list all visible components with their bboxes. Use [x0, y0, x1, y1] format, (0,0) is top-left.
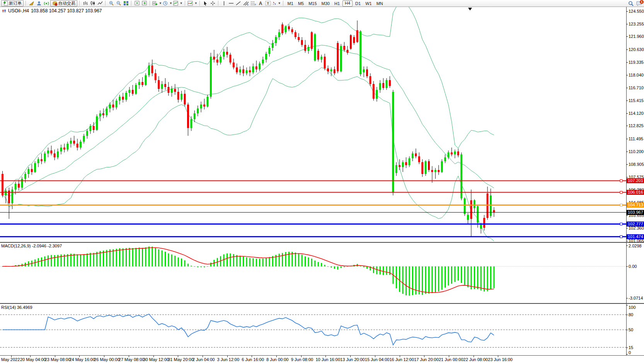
dropdown-arrow-icon: ▼ [278, 2, 281, 5]
chart-plus-icon [142, 1, 147, 6]
rsi-indicator-label: RSI(14) 36.4969 [1, 305, 32, 310]
cursor-icon [203, 1, 208, 6]
macd-indicator-label: MACD(12,26,9) -2.0946 -2.3097 [1, 244, 62, 248]
chart-title: USOil-,H4 103.858 104.257 103.827 103.96… [2, 8, 102, 14]
dropdown-arrow-icon: ▼ [194, 2, 198, 5]
text-button[interactable]: A [257, 0, 264, 7]
timeframe-mn[interactable]: MN [375, 1, 385, 6]
timeframe-m1[interactable]: M1 [286, 1, 295, 6]
auto-trading-icon [52, 1, 58, 6]
new-order-icon [3, 1, 8, 6]
indicators-dropdown[interactable]: ▼ [187, 0, 198, 7]
timeframe-m15[interactable]: M15 [307, 1, 319, 6]
time-axis-border [0, 355, 644, 356]
clock-icon [163, 1, 168, 6]
separator [283, 1, 284, 6]
crosshair-icon [210, 1, 215, 6]
trendline-icon [236, 1, 241, 6]
tile-windows-button[interactable] [123, 0, 129, 7]
candlestick-chart-icon [90, 1, 95, 6]
signal-icon [44, 1, 49, 6]
svg-text:T: T [267, 2, 269, 5]
periods-dropdown[interactable]: ▼ [163, 0, 172, 7]
signals-button[interactable] [43, 0, 49, 7]
person-icon [36, 1, 42, 6]
separator [131, 1, 132, 6]
charts-profile-button[interactable] [28, 0, 35, 7]
bar-chart-button[interactable] [82, 0, 89, 7]
zoom-out-icon [116, 1, 121, 6]
vertical-line-button[interactable] [221, 0, 227, 7]
svg-text:E: E [247, 3, 249, 6]
market-watch-button[interactable] [36, 0, 42, 7]
crosshair-button[interactable] [210, 0, 216, 7]
open-data-window-button[interactable] [141, 0, 148, 7]
mt4-terminal: { "toolbar": { "new_order_label": "新订单",… [0, 0, 644, 363]
new-chart-dropdown[interactable]: ▼ [152, 0, 162, 7]
chart-title-icon [2, 9, 6, 13]
bar-chart-icon [83, 1, 88, 6]
timeframe-group: M1M5M15M30H1H4D1W1MN [286, 0, 385, 7]
new-order-label: 新订单 [9, 0, 22, 6]
horizontal-line-button[interactable] [228, 0, 235, 7]
new-chart-icon [152, 1, 158, 6]
search-icon [628, 1, 634, 6]
auto-trading-button[interactable]: 自动交易 [50, 0, 77, 7]
vertical-line-icon [222, 1, 226, 6]
channel-icon: E [243, 1, 249, 6]
toolbar: 新订单 自动交易 [0, 0, 644, 7]
separator [26, 1, 26, 6]
chart-symbol-period: USOil-,H4 [8, 8, 29, 14]
dropdown-arrow-icon: ▼ [159, 2, 162, 5]
timeframe-w1[interactable]: W1 [363, 1, 374, 6]
panel-separator[interactable] [0, 242, 644, 243]
separator [218, 1, 219, 6]
chart-canvas[interactable] [0, 0, 644, 363]
timeframe-h4[interactable]: H4 [342, 0, 353, 7]
dropdown-arrow-icon: ▼ [180, 2, 183, 5]
search-button[interactable] [628, 0, 634, 7]
chart-play-icon [135, 1, 140, 6]
zoom-in-button[interactable] [108, 0, 114, 7]
strategy-tester-button[interactable] [134, 0, 140, 7]
equidistant-channel-button[interactable]: E [243, 0, 249, 7]
horizontal-line-icon [228, 1, 234, 6]
label-icon: T [265, 1, 271, 6]
arrows-dropdown[interactable]: ▼ [272, 0, 281, 7]
tile-windows-icon [123, 1, 129, 6]
separator [150, 1, 150, 6]
separator [199, 1, 200, 6]
template-chart-icon [173, 1, 179, 6]
candlestick-chart-button[interactable] [89, 0, 96, 7]
zoom-out-button[interactable] [115, 0, 122, 7]
zoom-in-icon [109, 1, 114, 6]
arrows-icon [272, 1, 277, 6]
gold-arrow-icon [29, 1, 34, 6]
dropdown-arrow-icon: ▼ [169, 2, 172, 5]
cursor-button[interactable] [202, 0, 209, 7]
line-chart-icon [97, 1, 103, 6]
text-label-button[interactable]: T [265, 0, 271, 7]
timeframe-h1[interactable]: H1 [332, 1, 342, 6]
separator [105, 1, 106, 6]
notification-badge: 1 [640, 0, 644, 4]
fibonacci-icon: F [250, 1, 256, 6]
panel-separator[interactable] [0, 303, 644, 304]
separator [79, 1, 80, 6]
text-icon: A [259, 1, 262, 6]
line-chart-button[interactable] [97, 0, 103, 7]
separator [185, 1, 186, 6]
svg-text:F: F [255, 3, 256, 6]
notifications-button[interactable]: 1 [635, 0, 643, 7]
timeframe-m30[interactable]: M30 [320, 1, 332, 6]
auto-trading-label: 自动交易 [58, 0, 75, 6]
fibonacci-button[interactable]: F [250, 0, 257, 7]
indicators-icon [187, 1, 193, 6]
trendline-button[interactable] [235, 0, 242, 7]
timeframe-d1[interactable]: D1 [353, 1, 363, 6]
chart-ohlc-values: 103.858 104.257 103.827 103.967 [31, 8, 102, 14]
new-order-button[interactable]: 新订单 [1, 0, 24, 7]
templates-dropdown[interactable]: ▼ [173, 0, 183, 7]
timeframe-m5[interactable]: M5 [296, 1, 306, 6]
